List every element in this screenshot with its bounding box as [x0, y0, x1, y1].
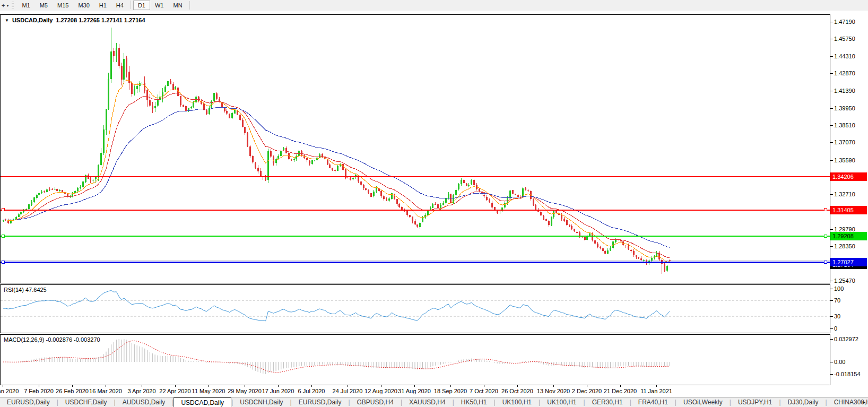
- timeframe-button-m30[interactable]: M30: [73, 1, 94, 10]
- time-axis-label: 22 Apr 2020: [159, 388, 190, 394]
- hline-price-label[interactable]: 1.34206: [830, 172, 867, 181]
- time-axis-label: 13 Nov 2020: [537, 388, 570, 394]
- timeframe-button-m5[interactable]: M5: [35, 1, 53, 10]
- time-axis-tick: [587, 385, 587, 387]
- time-axis-tick: [553, 385, 554, 387]
- chart-tab-usdchf-daily[interactable]: USDCHF,Daily: [58, 397, 114, 407]
- time-axis-label: 7 Oct 2020: [470, 388, 498, 394]
- price-tick-label: 1.41390: [834, 87, 856, 94]
- time-axis-tick: [142, 385, 142, 387]
- chart-ohlc-values: 1.27208 1.27265 1.27141 1.27164: [56, 17, 145, 23]
- time-axis-label: 7 Feb 2020: [24, 388, 54, 394]
- timeframe-button-m15[interactable]: M15: [53, 1, 73, 10]
- rsi-indicator-panel[interactable]: RSI(14) 47.6425: [0, 284, 830, 333]
- chart-tab-gbpusd-h4[interactable]: GBPUSD,H4: [350, 397, 401, 407]
- timeframe-button-h4[interactable]: H4: [111, 1, 128, 10]
- time-axis-tick: [656, 385, 657, 387]
- timeframe-button-d1[interactable]: D1: [133, 1, 150, 10]
- cursor-tool-dropdown-icon[interactable]: ▾: [6, 3, 8, 8]
- time-axis-tick: [381, 385, 381, 387]
- timeframe-toolbar: M1M5M15M30H1H4D1W1MN: [17, 1, 187, 10]
- time-axis-label: 16 Mar 2020: [89, 388, 122, 394]
- time-axis-tick: [450, 385, 451, 387]
- toolbar-separator: [189, 1, 190, 10]
- rsi-axis-label: 0: [834, 325, 838, 332]
- hline-price-label[interactable]: 1.29208: [830, 232, 867, 240]
- hline-price-label[interactable]: 1.27027: [830, 258, 867, 266]
- toolbar-separator: [131, 1, 131, 9]
- time-axis-tick: [72, 385, 73, 387]
- time-axis-tick: [517, 385, 518, 387]
- rsi-axis-label: 30: [834, 313, 841, 320]
- time-axis-label: 24 Jul 2020: [333, 388, 363, 394]
- chart-tab-ger30-h1[interactable]: GER30,H1: [585, 397, 630, 407]
- time-axis-tick: [245, 385, 245, 387]
- macd-name: MACD(12,26,9): [4, 336, 44, 343]
- time-axis-label: 17 Jun 2020: [262, 388, 294, 394]
- time-axis-tick: [348, 385, 348, 387]
- price-tick-label: 1.44310: [834, 53, 856, 60]
- chart-tab-eurusd-daily[interactable]: EURUSD,Daily: [0, 397, 57, 407]
- time-axis-label: 21 Dec 2020: [604, 388, 637, 394]
- price-tick-label: 1.28350: [834, 243, 856, 250]
- hline-price-label[interactable]: 1.31405: [830, 206, 867, 214]
- price-tick-label: 1.37070: [834, 138, 856, 146]
- chart-tab-uk100-h1[interactable]: UK100,H1: [540, 397, 583, 407]
- macd-indicator-panel[interactable]: MACD(12,26,9) -0.002876 -0.003270: [0, 334, 830, 385]
- chart-tab-usdcad-daily[interactable]: USDCAD,Daily: [173, 397, 231, 407]
- timeframe-button-mn[interactable]: MN: [168, 1, 187, 10]
- chart-tab-usdjpy-h1[interactable]: USDJPY,H1: [731, 397, 779, 407]
- time-axis-tick: [278, 385, 279, 387]
- macd-current-values: -0.002876 -0.003270: [46, 336, 100, 343]
- price-axis[interactable]: 1.471901.457501.443101.428701.413901.399…: [830, 14, 868, 397]
- rsi-line-chart[interactable]: [1, 285, 830, 333]
- time-axis-label: 26 Feb 2020: [56, 388, 89, 394]
- chart-tab-usdcnh-daily[interactable]: USDCNH,Daily: [233, 397, 290, 407]
- rsi-axis-label: 70: [834, 297, 841, 304]
- chart-menu-caret-icon[interactable]: ▼: [5, 18, 9, 23]
- timeframe-button-w1[interactable]: W1: [150, 1, 169, 10]
- time-axis-tick: [209, 385, 209, 387]
- timeframe-button-h1[interactable]: H1: [94, 1, 111, 10]
- time-axis-label: 2 Dec 2020: [572, 388, 602, 394]
- tab-scroll-left-icon[interactable]: ◄: [853, 399, 857, 406]
- time-axis-tick: [39, 385, 39, 387]
- chart-tab-dj30-daily[interactable]: DJ30,Daily: [781, 397, 826, 407]
- price-tick-label: 1.25470: [834, 277, 856, 284]
- macd-histogram-chart[interactable]: [1, 335, 830, 385]
- time-axis-label: 12 Aug 2020: [364, 388, 397, 394]
- time-axis-tick: [311, 385, 312, 387]
- timeframe-button-m1[interactable]: M1: [17, 1, 34, 10]
- chart-tab-usoil-weekly[interactable]: USOil,Weekly: [676, 397, 730, 407]
- cursor-tool-icon[interactable]: ✦: [1, 3, 5, 8]
- price-tick-label: 1.47190: [834, 18, 856, 25]
- main-chart-panel[interactable]: ▼ USDCAD,Daily 1.27208 1.27265 1.27141 1…: [0, 14, 830, 283]
- time-axis-label: 20 Jan 2020: [0, 388, 19, 394]
- time-axis-tick: [175, 385, 176, 387]
- chart-tab-eurusd-daily[interactable]: EURUSD,Daily: [292, 397, 349, 407]
- candlestick-chart[interactable]: [1, 15, 830, 283]
- price-tick-label: 1.32710: [834, 190, 856, 198]
- time-axis-label: 26 Oct 2020: [501, 388, 533, 394]
- macd-axis-label: 0.032972: [834, 335, 860, 343]
- chart-tab-audusd-daily[interactable]: AUDUSD,Daily: [116, 397, 172, 407]
- toolbar-grip[interactable]: [12, 2, 14, 9]
- rsi-label: RSI(14) 47.6425: [4, 287, 47, 293]
- time-axis-label: 11 Jan 2021: [640, 388, 672, 394]
- tab-scroll-right-icon[interactable]: ►: [862, 399, 866, 406]
- chart-tab-bar: EURUSD,Daily|USDCHF,Daily|AUDUSD,Daily|U…: [0, 397, 868, 407]
- top-toolbar: ✦ ▾ M1M5M15M30H1H4D1W1MN: [0, 0, 868, 11]
- tab-scroll-buttons: ◄ ►: [853, 399, 866, 406]
- chart-symbol-period: USDCAD,Daily: [12, 17, 53, 23]
- price-tick-label: 1.38510: [834, 122, 856, 129]
- price-tick-label: 1.39950: [834, 105, 856, 112]
- chart-tab-xauusd-h4[interactable]: XAUUSD,H4: [402, 397, 453, 407]
- chart-tab-uk100-h1[interactable]: UK100,H1: [496, 397, 539, 407]
- rsi-current-value: 47.6425: [25, 287, 47, 293]
- time-axis-tick: [414, 385, 415, 387]
- chart-tab-fra40-h1[interactable]: FRA40,H1: [631, 397, 675, 407]
- time-axis-label: 3 Apr 2020: [127, 388, 155, 394]
- time-axis-label: 11 May 2020: [192, 388, 225, 394]
- time-axis[interactable]: 20 Jan 20207 Feb 202026 Feb 202016 Mar 2…: [0, 385, 830, 397]
- chart-tab-hk50-h1[interactable]: HK50,H1: [454, 397, 494, 407]
